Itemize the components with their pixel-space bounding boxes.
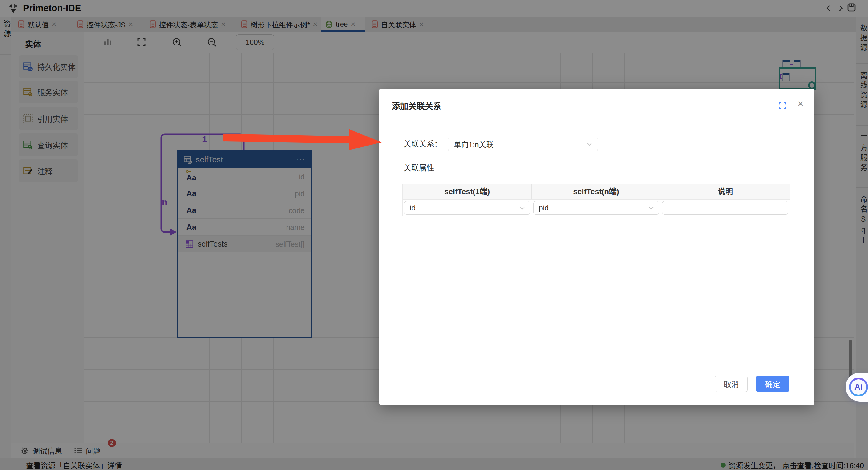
ai-ring-icon: Ai [849,378,868,397]
table-header-description: 说明 [661,184,790,199]
ok-button[interactable]: 确定 [756,375,789,392]
chevron-down-icon [519,204,526,211]
cancel-button[interactable]: 取消 [715,375,748,392]
description-input[interactable] [662,201,788,214]
chevron-down-icon [648,204,655,211]
relation-type-value: 单向1:n关联 [448,139,586,149]
table-header-n-end: selfTest(n端) [532,184,661,199]
ai-label: Ai [851,379,866,395]
table-header-row: selfTest(1端) selfTest(n端) 说明 [403,184,790,200]
relation-type-select[interactable]: 单向1:n关联 [448,137,598,152]
chevron-down-icon [586,140,593,147]
dialog-title: 添加关联关系 [392,100,441,111]
relation-type-label: 关联关系： [404,137,442,152]
n-end-field-select[interactable]: pid [533,201,659,214]
dialog-close-icon[interactable]: × [797,99,804,109]
table-row: id pid [403,200,790,216]
annotation-arrow [219,126,387,154]
relation-properties-table: selfTest(1端) selfTest(n端) 说明 id pid [402,183,790,216]
relation-properties-title: 关联属性 [404,162,434,173]
dialog-fullscreen-icon[interactable] [778,102,786,110]
table-header-one-end: selfTest(1端) [403,184,532,199]
add-relation-dialog: 添加关联关系 × 关联关系： 单向1:n关联 关联属性 selfTest(1端)… [379,89,814,405]
one-end-field-value: id [404,204,519,212]
n-end-field-value: pid [533,204,648,212]
app-window: Primeton-IDE 资源 默认值 × 控件状态-JS × 控件状态-表单状… [0,0,868,470]
one-end-field-select[interactable]: id [404,201,530,214]
